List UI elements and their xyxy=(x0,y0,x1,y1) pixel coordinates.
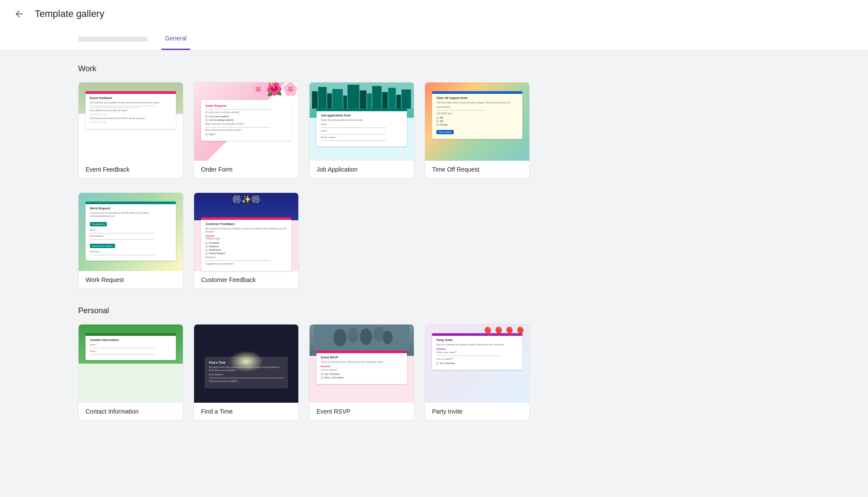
template-label-party-invite: Party Invite xyxy=(425,403,529,420)
form-preview-event-rsvp: Event RSVP Join us for this great event.… xyxy=(317,351,407,384)
people-photo xyxy=(310,325,414,351)
svg-rect-7 xyxy=(360,90,366,109)
template-card-order-form[interactable]: 🌸🌺🌸 Order Request Are you a new or exist… xyxy=(194,82,299,179)
balloons-decoration: 🎈🎈🎈🎈 xyxy=(482,326,526,337)
personal-templates-row1: Contact information Name * Email * Conta… xyxy=(78,324,530,421)
work-templates-row2: Work Request A request must be submitted… xyxy=(78,192,530,289)
template-label-job-application: Job Application xyxy=(310,161,414,178)
template-label-event-feedback: Event Feedback xyxy=(79,161,183,178)
svg-rect-3 xyxy=(327,93,332,109)
svg-rect-4 xyxy=(332,89,343,109)
form-preview-work-req: Work Request A request must be submitted… xyxy=(86,202,176,261)
template-label-contact-information: Contact Information xyxy=(79,403,183,420)
form-preview: Event feedback We would like your feedba… xyxy=(86,91,176,129)
svg-rect-10 xyxy=(382,92,388,109)
header: Template gallery xyxy=(0,0,868,28)
svg-rect-2 xyxy=(318,87,327,109)
form-preview-contact: Contact information Name * Email * xyxy=(86,333,176,360)
template-label-event-rsvp: Event RSVP xyxy=(310,403,414,420)
flowers-decoration: 🌸🌺🌸 xyxy=(250,83,298,96)
main-content: Work Event feedback We would like your f… xyxy=(0,50,608,448)
svg-point-15 xyxy=(333,329,347,346)
blurred-tab xyxy=(78,36,148,42)
tab-general[interactable]: General xyxy=(162,28,190,50)
thumbnail-find-a-time: Find a Time We need to find a time that … xyxy=(194,325,298,403)
template-card-party-invite[interactable]: 🎈🎈🎈🎈 Party Invite Join us to celebrate t… xyxy=(425,324,530,421)
thumbnail-event-rsvp: Event RSVP Join us for this great event.… xyxy=(310,325,414,403)
svg-rect-11 xyxy=(388,88,396,109)
thumbnail-order-form: 🌸🌺🌸 Order Request Are you a new or exist… xyxy=(194,83,298,161)
empty-slot-2 xyxy=(425,192,530,289)
work-section: Work Event feedback We would like your f… xyxy=(78,64,530,289)
template-card-find-a-time[interactable]: Find a Time We need to find a time that … xyxy=(194,324,299,421)
svg-rect-5 xyxy=(343,96,347,109)
template-card-event-rsvp[interactable]: Event RSVP Join us for this great event.… xyxy=(309,324,414,421)
template-label-find-a-time: Find a Time xyxy=(194,403,298,420)
thumbnail-customer-feedback: 🎆✨🎆 Customer Feedback We would love to h… xyxy=(194,193,298,271)
work-section-title: Work xyxy=(78,64,530,73)
svg-point-17 xyxy=(360,328,372,345)
svg-rect-8 xyxy=(367,93,372,109)
tabs-bar: General xyxy=(0,28,868,50)
thumbnail-work-request: Work Request A request must be submitted… xyxy=(79,193,183,271)
svg-rect-13 xyxy=(402,89,411,109)
form-preview-customer-feedback: Customer Feedback We would love to hear … xyxy=(201,217,291,271)
fireworks-decoration: 🎆✨🎆 xyxy=(232,195,261,204)
personal-section-title: Personal xyxy=(78,306,530,315)
svg-point-16 xyxy=(348,328,358,343)
template-label-work-request: Work Request xyxy=(79,271,183,288)
thumbnail-party-invite: 🎈🎈🎈🎈 Party Invite Join us to celebrate t… xyxy=(425,325,529,403)
template-label-order-form: Order Form xyxy=(194,161,298,178)
template-card-time-off-request[interactable]: Time off request form This information w… xyxy=(425,82,530,179)
svg-point-18 xyxy=(373,327,385,341)
svg-rect-9 xyxy=(372,86,382,109)
svg-rect-12 xyxy=(396,95,401,109)
template-card-contact-information[interactable]: Contact information Name * Email * Conta… xyxy=(78,324,183,421)
template-label-customer-feedback: Customer Feedback xyxy=(194,271,298,288)
svg-rect-6 xyxy=(347,85,359,109)
template-card-job-application[interactable]: Job application form Please fill out thi… xyxy=(309,82,414,179)
svg-point-19 xyxy=(383,331,393,345)
work-templates-row1: Event feedback We would like your feedba… xyxy=(78,82,530,179)
empty-slot-1 xyxy=(309,192,414,289)
template-card-customer-feedback[interactable]: 🎆✨🎆 Customer Feedback We would love to h… xyxy=(194,192,299,289)
page-title: Template gallery xyxy=(35,8,104,20)
template-card-work-request[interactable]: Work Request A request must be submitted… xyxy=(78,192,183,289)
thumbnail-time-off-request: Time off request form This information w… xyxy=(425,83,529,161)
svg-rect-1 xyxy=(312,91,317,109)
back-button[interactable] xyxy=(10,5,28,23)
form-preview-job: Job application form Please fill out thi… xyxy=(317,109,407,146)
personal-section: Personal Contact information Name * Emai… xyxy=(78,306,530,421)
light-effect xyxy=(229,351,264,372)
thumbnail-job-application: Job application form Please fill out thi… xyxy=(310,83,414,161)
template-label-time-off-request: Time Off Request xyxy=(425,161,529,178)
template-card-event-feedback[interactable]: Event feedback We would like your feedba… xyxy=(78,82,183,179)
thumbnail-event-feedback: Event feedback We would like your feedba… xyxy=(79,83,183,161)
form-preview-party-invite: Party Invite Join us to celebrate this s… xyxy=(432,333,522,370)
thumbnail-contact-information: Contact information Name * Email * xyxy=(79,325,183,403)
form-preview-order: Order Request Are you a new or existing … xyxy=(201,100,291,141)
form-preview-time-off: Time off request form This information w… xyxy=(432,91,522,139)
